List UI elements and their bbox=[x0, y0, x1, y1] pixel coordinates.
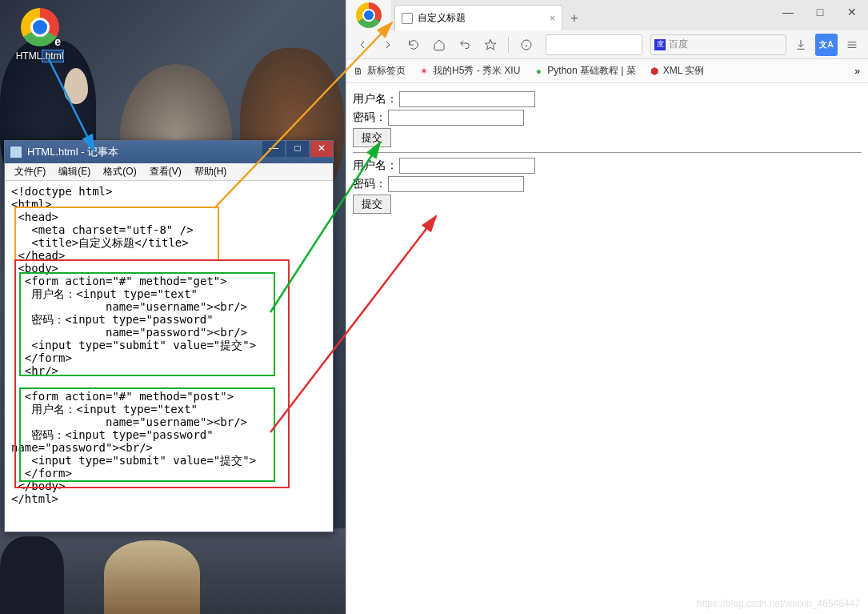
desktop-icon-label: HTML.html bbox=[12, 50, 68, 62]
address-bar[interactable] bbox=[546, 34, 642, 55]
info-button[interactable] bbox=[515, 34, 538, 56]
back-button[interactable] bbox=[351, 34, 374, 56]
password-label: 密码： bbox=[353, 110, 386, 125]
page-icon: 🗎 bbox=[353, 66, 364, 77]
form1-password-row: 密码： bbox=[353, 110, 862, 126]
svg-marker-0 bbox=[485, 39, 495, 50]
divider bbox=[353, 152, 862, 153]
forward-button[interactable] bbox=[377, 34, 399, 56]
menu-edit[interactable]: 编辑(E) bbox=[52, 163, 97, 180]
minimize-button[interactable]: — bbox=[772, 0, 804, 24]
runoob-icon: ● bbox=[533, 66, 544, 77]
menu-button[interactable] bbox=[841, 34, 863, 56]
form1-submit-button[interactable] bbox=[353, 128, 391, 147]
form2-password-input[interactable] bbox=[388, 176, 524, 192]
chrome-icon: e bbox=[21, 8, 59, 46]
form1-username-input[interactable] bbox=[399, 91, 535, 107]
undo-button[interactable] bbox=[454, 34, 476, 56]
maximize-button[interactable]: □ bbox=[804, 0, 836, 24]
browser-tabbar: 自定义标题 × + — □ ✕ bbox=[346, 0, 868, 30]
tab-title: 自定义标题 bbox=[418, 11, 466, 25]
page-content: 用户名： 密码： 用户名： 密码： bbox=[346, 83, 868, 224]
menu-view[interactable]: 查看(V) bbox=[143, 163, 188, 180]
bg-figure bbox=[104, 540, 200, 614]
browser-window: 自定义标题 × + — □ ✕ 度 百度 文A 🗎 新标签页 bbox=[346, 0, 868, 614]
baidu-icon: 度 bbox=[654, 39, 666, 50]
close-button[interactable]: ✕ bbox=[310, 141, 333, 157]
username-label: 用户名： bbox=[353, 159, 398, 173]
bookmark-xiumi[interactable]: ✶ 我的H5秀 - 秀米 XIU bbox=[418, 64, 520, 78]
favorite-button[interactable] bbox=[479, 34, 502, 56]
form2-password-row: 密码： bbox=[353, 176, 862, 192]
close-button[interactable]: ✕ bbox=[836, 0, 868, 24]
browser-toolbar: 度 百度 文A bbox=[346, 30, 868, 59]
form1-password-input[interactable] bbox=[388, 110, 524, 126]
home-button[interactable] bbox=[428, 34, 450, 56]
download-button[interactable] bbox=[790, 34, 812, 56]
password-label: 密码： bbox=[353, 177, 386, 191]
tab-close-button[interactable]: × bbox=[550, 13, 555, 24]
browser-logo[interactable] bbox=[346, 0, 391, 30]
page-icon bbox=[402, 13, 413, 24]
bookmark-newtab[interactable]: 🗎 新标签页 bbox=[353, 64, 406, 78]
chrome-icon bbox=[356, 2, 382, 28]
notepad-titlebar[interactable]: HTML.html - 记事本 — □ ✕ bbox=[5, 141, 333, 163]
search-engine-label: 百度 bbox=[669, 38, 688, 51]
notepad-window[interactable]: HTML.html - 记事本 — □ ✕ 文件(F) 编辑(E) 格式(O) … bbox=[4, 140, 334, 532]
watermark: https://blog.csdn.net/weixin_46546447 bbox=[697, 598, 860, 609]
notepad-icon bbox=[10, 146, 22, 159]
desktop-html-file-icon[interactable]: e HTML.html bbox=[12, 8, 68, 62]
reload-button[interactable] bbox=[402, 34, 425, 56]
browser-tab-active[interactable]: 自定义标题 × bbox=[394, 5, 562, 30]
bookmarks-bar: 🗎 新标签页 ✶ 我的H5秀 - 秀米 XIU ● Python 基础教程 | … bbox=[346, 59, 868, 83]
notepad-menubar: 文件(F) 编辑(E) 格式(O) 查看(V) 帮助(H) bbox=[5, 163, 333, 181]
form2-submit-button[interactable] bbox=[353, 195, 391, 214]
form1-username-row: 用户名： bbox=[353, 91, 862, 107]
username-label: 用户名： bbox=[353, 92, 398, 106]
form2-username-input[interactable] bbox=[399, 158, 535, 174]
notepad-text-content[interactable]: <!doctype html> <html> <head> <meta char… bbox=[5, 181, 333, 509]
bookmark-xml[interactable]: ⬢ XML 实例 bbox=[649, 64, 705, 78]
maximize-button[interactable]: □ bbox=[286, 141, 309, 157]
menu-format[interactable]: 格式(O) bbox=[97, 163, 142, 180]
xiumi-icon: ✶ bbox=[418, 66, 430, 77]
separator bbox=[508, 37, 509, 53]
form2-username-row: 用户名： bbox=[353, 158, 862, 174]
new-tab-button[interactable]: + bbox=[562, 6, 586, 30]
menu-help[interactable]: 帮助(H) bbox=[188, 163, 234, 180]
search-box[interactable]: 度 百度 bbox=[650, 34, 786, 55]
bookmark-python[interactable]: ● Python 基础教程 | 菜 bbox=[533, 64, 635, 78]
minimize-button[interactable]: — bbox=[262, 141, 285, 157]
translate-button[interactable]: 文A bbox=[815, 34, 838, 56]
menu-file[interactable]: 文件(F) bbox=[8, 163, 52, 180]
bookmark-overflow[interactable]: » bbox=[854, 66, 860, 77]
bg-ear bbox=[64, 68, 88, 104]
bg-figure bbox=[0, 536, 64, 614]
xml-icon: ⬢ bbox=[649, 66, 660, 77]
